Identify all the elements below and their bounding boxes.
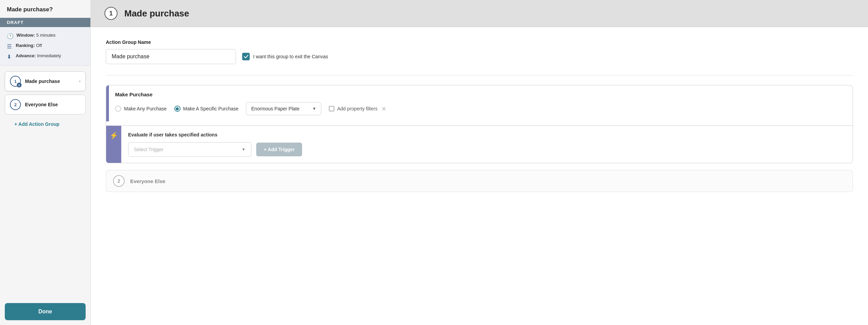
product-dropdown[interactable]: Enormous Paper Plate ▼: [246, 102, 321, 115]
purchase-card-top: Make Purchase Make Any Purchase Make A S…: [106, 85, 853, 121]
sidebar-draft-bar: DRAFT: [0, 18, 90, 27]
main-content-area: 1 Made purchase Action Group Name I want…: [91, 0, 868, 325]
everyone-number: 2: [113, 175, 125, 187]
header-number: 1: [104, 7, 117, 20]
main-content: Action Group Name I want this group to e…: [91, 27, 868, 325]
trigger-card-inner: ⚡ Evaluate if user takes specified actio…: [106, 126, 853, 163]
exit-canvas-checkbox[interactable]: [242, 53, 250, 60]
sidebar-title: Made purchase?: [0, 0, 90, 18]
close-icon[interactable]: ✕: [382, 106, 386, 112]
clock-icon: 🕐: [7, 33, 14, 39]
radio-make-any-purchase[interactable]: Make Any Purchase: [115, 106, 167, 112]
add-property-filters-row[interactable]: Add property filters ✕: [329, 106, 386, 112]
add-action-group-button[interactable]: + Add Action Group: [10, 118, 81, 130]
everyone-else-card: 2 Everyone Else: [106, 170, 853, 192]
page-header: 1 Made purchase: [91, 0, 868, 27]
section-divider: [106, 75, 853, 75]
exit-canvas-checkbox-label[interactable]: I want this group to exit the Canvas: [242, 53, 328, 60]
purchase-card-content: Make Purchase Make Any Purchase Make A S…: [109, 85, 853, 121]
action-group-name-input[interactable]: [106, 49, 236, 64]
lightning-icon: ⚡: [110, 131, 118, 140]
trigger-select-arrow-icon: ▼: [241, 147, 246, 152]
sidebar-meta: 🕐 Window: 5 minutes ☰ Ranking: Off ⬇ Adv…: [0, 27, 90, 66]
purchase-card-title: Make Purchase: [115, 92, 845, 97]
purchase-card: Make Purchase Make Any Purchase Make A S…: [106, 85, 853, 163]
group-item-2[interactable]: 2 Everyone Else: [5, 95, 86, 115]
group-number-2: 2: [10, 99, 21, 110]
radio-make-specific-purchase[interactable]: Make A Specific Purchase: [174, 106, 239, 112]
sidebar: Made purchase? DRAFT 🕐 Window: 5 minutes…: [0, 0, 91, 325]
trigger-controls: Select Trigger ▼ + Add Trigger: [128, 142, 846, 157]
coin-icon: $: [17, 83, 22, 87]
meta-window: 🕐 Window: 5 minutes: [7, 33, 84, 39]
meta-advance: ⬇ Advance: Immediately: [7, 53, 84, 60]
group-label-1: Made purchase: [25, 79, 60, 84]
meta-ranking: ☰ Ranking: Off: [7, 43, 84, 50]
card-left-accent: [106, 85, 109, 121]
ranking-icon: ☰: [7, 43, 13, 50]
radio-any-circle[interactable]: [115, 106, 121, 112]
group-number-1: 1 $: [10, 76, 21, 87]
radio-specific-circle[interactable]: [174, 106, 181, 112]
advance-icon: ⬇: [7, 53, 13, 60]
purchase-radio-row: Make Any Purchase Make A Specific Purcha…: [115, 102, 845, 115]
trigger-body: Evaluate if user takes specified actions…: [121, 126, 853, 163]
trigger-title: Evaluate if user takes specified actions: [128, 132, 846, 137]
action-group-name-row: I want this group to exit the Canvas: [106, 49, 853, 64]
trigger-card: ⚡ Evaluate if user takes specified actio…: [106, 125, 853, 163]
exit-canvas-label: I want this group to exit the Canvas: [253, 54, 328, 59]
dropdown-arrow-icon: ▼: [312, 106, 317, 111]
chevron-right-icon: ›: [79, 79, 80, 84]
page-title: Made purchase: [124, 8, 189, 19]
group-item-1[interactable]: 1 $ Made purchase ›: [5, 71, 86, 91]
sidebar-groups: 1 $ Made purchase › 2 Everyone Else + Ad…: [0, 66, 90, 136]
trigger-select-dropdown[interactable]: Select Trigger ▼: [128, 142, 251, 157]
everyone-label: Everyone Else: [130, 178, 165, 184]
action-group-name-label: Action Group Name: [106, 39, 853, 45]
done-button[interactable]: Done: [5, 303, 86, 320]
add-trigger-button[interactable]: + Add Trigger: [256, 143, 302, 156]
trigger-accent: ⚡: [106, 126, 121, 163]
group-label-2: Everyone Else: [25, 102, 58, 107]
property-filter-checkbox[interactable]: [329, 106, 334, 111]
